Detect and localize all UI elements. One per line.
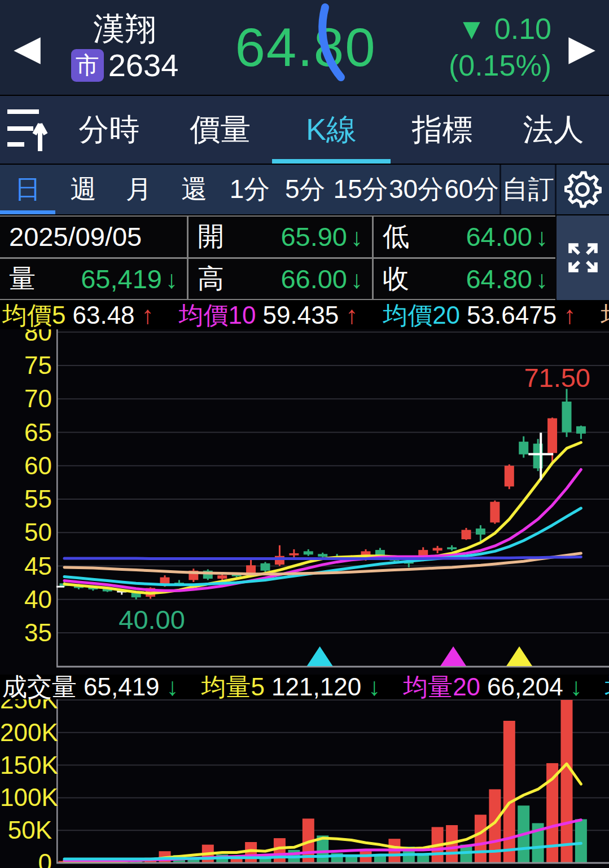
- tab-institutional[interactable]: 法人: [498, 96, 609, 164]
- down-triangle-icon: ▼: [457, 12, 486, 45]
- tab-price-volume[interactable]: 價量: [165, 96, 276, 164]
- price-y-axis-label: 80: [0, 329, 52, 347]
- ma-legend-item: 均價60: [601, 301, 609, 329]
- volume-cell: 量 65,419↓: [0, 259, 187, 299]
- ma-legend-item: 均量2066,204↓: [403, 675, 582, 699]
- signal-triangle-marker: [307, 646, 333, 666]
- expand-icon: [564, 239, 602, 276]
- price-change: ▼ 0.10 (0.15%): [416, 11, 555, 84]
- volume-y-axis-label: 150K: [0, 751, 52, 780]
- price-y-axis-label: 70: [0, 384, 52, 413]
- down-arrow-icon: ↓: [536, 266, 548, 293]
- low-cell: 低 64.00↓: [374, 217, 557, 257]
- timeframe-5min[interactable]: 5分: [278, 165, 333, 214]
- price-y-axis-label: 65: [0, 418, 52, 447]
- timeframe-week[interactable]: 週: [55, 165, 111, 214]
- close-cell: 收 64.80↓: [374, 259, 557, 299]
- volume-chart-section[interactable]: 250K200K150K100K50K0: [0, 699, 609, 868]
- price-y-axis-label: 40: [0, 585, 52, 614]
- main-tab-bar: 分時 價量 K線 指標 法人: [0, 96, 609, 164]
- ohlc-panel: 2025/09/05 開 65.90↓ 低 64.00↓ 量 65,419↓ 高…: [0, 215, 555, 300]
- ma-legend-item: 成交量65,419↓: [2, 675, 179, 699]
- prev-stock-button[interactable]: ◀: [0, 27, 54, 68]
- down-arrow-icon: ↓: [165, 266, 178, 293]
- gear-icon: [564, 171, 602, 208]
- tab-kline[interactable]: K線: [276, 96, 387, 164]
- tab-indicators[interactable]: 指標: [387, 96, 498, 164]
- ma-legend-item: 均量5121,120↓: [201, 675, 381, 699]
- down-arrow-icon: ↓: [350, 266, 363, 293]
- down-arrow-icon: ↓: [350, 223, 363, 251]
- market-badge: 市: [71, 49, 104, 82]
- price-ma-label-row: 均價563.48↑均價1059.435↑均價2053.6475↑均價60: [0, 301, 609, 329]
- tab-intraday[interactable]: 分時: [54, 96, 165, 164]
- ma-legend-item: 均價1059.435↑: [179, 301, 358, 329]
- signal-triangle-marker: [440, 646, 466, 666]
- volume-y-axis-label: 0: [0, 848, 52, 868]
- price-y-axis-label: 35: [0, 618, 52, 647]
- volume-y-axis-label: 100K: [0, 783, 52, 812]
- volume-value: 65,419: [81, 264, 162, 294]
- price-y-axis-label: 55: [0, 484, 52, 514]
- high-value: 66.00: [281, 264, 347, 294]
- signal-triangle-marker: [506, 646, 532, 666]
- timeframe-1min[interactable]: 1分: [222, 165, 277, 214]
- ranking-list-icon[interactable]: [0, 105, 54, 155]
- down-arrow-icon: ↓: [536, 223, 548, 251]
- price-y-axis-label: 45: [0, 552, 52, 581]
- change-value: 0.10: [494, 12, 551, 45]
- kbar-date: 2025/09/05: [0, 217, 187, 257]
- timeframe-bar: 日 週 月 還 1分 5分 15分 30分 60分 自訂: [0, 165, 609, 214]
- stock-code: 2634: [108, 49, 179, 82]
- change-percent: (0.15%): [416, 47, 551, 84]
- timeframe-adjusted[interactable]: 還: [167, 165, 222, 214]
- header: ◀ 漢翔 市 2634 64.80 ▼ 0.10 (0.15%) ▶: [0, 0, 609, 95]
- close-value: 64.80: [466, 264, 532, 294]
- low-price-annotation: 40.00: [119, 605, 185, 635]
- price-chart-section[interactable]: 71.5040.0080757065605550454035: [0, 329, 609, 675]
- ma-legend-item: 均價563.48↑: [2, 301, 154, 329]
- price-block: 64.80: [195, 16, 416, 78]
- stock-name: 漢翔: [54, 12, 195, 46]
- volume-y-axis-label: 250K: [0, 699, 52, 715]
- open-value: 65.90: [281, 222, 347, 252]
- last-price: 64.80: [235, 17, 376, 77]
- volume-ma-label-row: 成交量65,419↓均量5121,120↓均量2066,204↓均量60: [0, 675, 609, 699]
- settings-button[interactable]: [555, 165, 609, 214]
- ma-legend-item: 均價2053.6475↑: [383, 301, 576, 329]
- volume-y-axis-label: 50K: [0, 816, 52, 845]
- price-y-axis-label: 50: [0, 518, 52, 547]
- volume-y-axis-label: 200K: [0, 718, 52, 747]
- open-cell: 開 65.90↓: [189, 217, 372, 257]
- high-price-annotation: 71.50: [524, 363, 590, 393]
- timeframe-custom[interactable]: 自訂: [500, 165, 555, 214]
- low-value: 64.00: [466, 222, 532, 252]
- volume-plot[interactable]: [56, 699, 609, 868]
- price-y-axis-label: 75: [0, 351, 52, 380]
- ma-legend-item: 均量60: [605, 675, 609, 699]
- timeframe-30min[interactable]: 30分: [388, 165, 444, 214]
- price-y-axis-label: 60: [0, 451, 52, 481]
- fullscreen-button[interactable]: [557, 215, 609, 300]
- next-stock-button[interactable]: ▶: [555, 27, 609, 68]
- price-kline-plot[interactable]: 71.5040.00: [56, 329, 609, 675]
- stock-identity: 漢翔 市 2634: [54, 12, 195, 82]
- high-cell: 高 66.00↓: [189, 259, 372, 299]
- active-tab-underline: [272, 159, 391, 164]
- active-timeframe-underline: [0, 210, 55, 214]
- timeframe-day[interactable]: 日: [0, 165, 55, 214]
- timeframe-15min[interactable]: 15分: [333, 165, 388, 214]
- timeframe-month[interactable]: 月: [111, 165, 167, 214]
- timeframe-60min[interactable]: 60分: [444, 165, 500, 214]
